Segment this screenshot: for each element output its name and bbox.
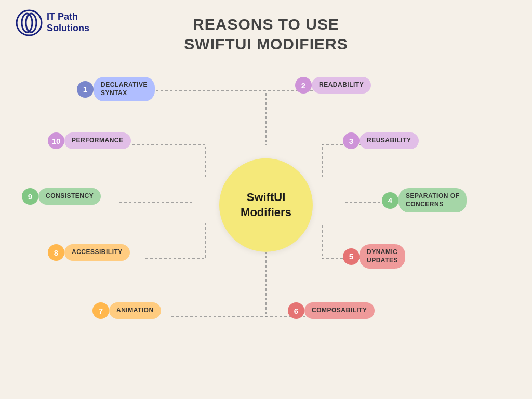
node-7: 7 ANIMATION <box>92 302 161 319</box>
node-8-label: ACCESSIBILITY <box>64 244 130 261</box>
node-1: 1 DECLARATIVESYNTAX <box>77 77 155 101</box>
node-4-label: SEPARATION OFCONCERNS <box>398 188 467 212</box>
node-3-label: REUSABILITY <box>360 132 419 149</box>
node-10-label: PERFORMANCE <box>64 132 131 149</box>
node-9-label: CONSISTENCY <box>38 188 101 205</box>
page-title: REASONS TO USE SWIFTUI MODIFIERS <box>184 15 348 54</box>
node-6: 6 COMPOSABILITY <box>288 302 375 319</box>
node-5-number: 5 <box>343 248 360 265</box>
logo: IT Path Solutions <box>16 9 89 36</box>
node-9-number: 9 <box>22 188 38 205</box>
node-2: 2 READABILITY <box>295 77 371 94</box>
node-3: 3 REUSABILITY <box>343 132 419 149</box>
node-9: 9 CONSISTENCY <box>22 188 101 205</box>
node-10: 10 PERFORMANCE <box>48 132 131 149</box>
node-4-number: 4 <box>382 192 398 209</box>
node-8-number: 8 <box>48 244 64 261</box>
node-5-label: DYNAMICUPDATES <box>360 244 405 269</box>
node-3-number: 3 <box>343 132 360 149</box>
node-10-number: 10 <box>48 132 64 149</box>
node-1-label: DECLARATIVESYNTAX <box>94 77 155 101</box>
node-5: 5 DYNAMICUPDATES <box>343 244 405 269</box>
logo-icon <box>16 9 43 36</box>
node-7-label: ANIMATION <box>109 302 161 319</box>
node-2-label: READABILITY <box>312 77 371 94</box>
node-8: 8 ACCESSIBILITY <box>48 244 130 261</box>
node-7-number: 7 <box>92 302 109 319</box>
center-circle-text: SwiftUI Modifiers <box>241 190 291 220</box>
node-2-number: 2 <box>295 77 312 94</box>
node-6-number: 6 <box>288 302 304 319</box>
node-4: 4 SEPARATION OFCONCERNS <box>382 188 467 212</box>
logo-text: IT Path Solutions <box>47 11 89 34</box>
center-circle: SwiftUI Modifiers <box>219 158 313 252</box>
node-6-label: COMPOSABILITY <box>304 302 375 319</box>
node-1-number: 1 <box>77 81 94 98</box>
